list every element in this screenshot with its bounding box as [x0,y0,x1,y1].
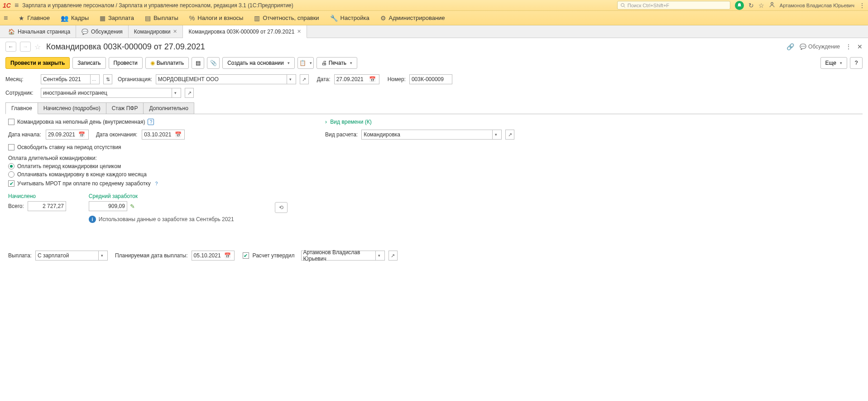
back-button[interactable]: ← [5,42,16,52]
history-icon[interactable]: ↻ [748,2,754,9]
user-name[interactable]: Артамонов Владислав Юрьевич [780,3,854,8]
end-date-field[interactable]: 03.10.2021📅 [142,130,185,140]
menu-zarplata[interactable]: ▦Зарплата [100,14,134,22]
user-icon[interactable] [769,1,775,9]
attach-button[interactable]: 📎 [207,57,220,69]
mrot-checkbox[interactable] [8,180,14,187]
kebab-icon[interactable]: ⋮ [845,43,852,50]
number-field[interactable]: 003К-000009 [409,74,452,84]
more-button[interactable]: Еще [820,57,847,69]
payment-field[interactable]: С зарплатой▾ [35,251,108,261]
calc-type-field[interactable]: Командировка▾ [361,130,502,140]
chevron-down-icon[interactable]: ▾ [287,75,294,84]
subtab-pfr[interactable]: Стаж ПФР [106,102,144,114]
form-body: Командировка на неполный день (внутрисме… [0,114,868,227]
calendar-icon[interactable]: 📅 [223,252,232,259]
menu-kadry[interactable]: 👥Кадры [61,14,89,22]
pencil-icon[interactable]: ✎ [130,203,135,210]
bell-icon[interactable] [735,1,744,10]
subtab-additional[interactable]: Дополнительно [143,102,194,114]
search-input[interactable]: Поиск Ctrl+Shift+F [617,1,730,10]
radio-whole-label: Оплатить период командировки целиком [17,163,121,169]
copy-button[interactable]: 📋 [297,57,314,69]
menu-nalogi-label: Налоги и взносы [197,14,243,21]
footer-row: Выплата: С зарплатой▾ Планируемая дата в… [0,248,868,263]
radio-whole[interactable] [8,163,14,169]
app-title: Зарплата и управление персоналом / Зарпл… [22,2,293,9]
total-field[interactable]: 2 727,27 [28,201,66,211]
partial-day-checkbox[interactable] [8,119,14,125]
help-icon[interactable]: ? [148,119,154,125]
star-icon[interactable]: ☆ [758,2,764,9]
accrued-section-label: Начислено [8,193,66,199]
refresh-button[interactable]: ⟲ [275,202,288,213]
approved-checkbox[interactable] [243,252,249,259]
help-icon[interactable]: ? [153,180,160,187]
ellipsis-icon[interactable]: … [90,75,97,84]
menubar-hamburger-icon[interactable]: ≡ [4,14,8,22]
menu-nastroika[interactable]: 🔧Настройка [330,14,369,22]
tab-trips[interactable]: Командировки✕ [129,25,183,38]
list-button[interactable]: ▤ [192,57,204,69]
tab-home[interactable]: 🏠Начальная страница [3,25,76,38]
calendar-icon[interactable]: 📅 [368,76,377,82]
create-basis-button[interactable]: Создать на основании [222,57,295,69]
chevron-down-icon[interactable]: ▾ [172,88,179,97]
time-type-link[interactable]: Вид времени (К) [330,119,371,125]
print-button[interactable]: 🖨Печать [317,57,357,69]
calc-type-open-button[interactable]: ↗ [505,130,514,140]
subtab-main[interactable]: Главное [5,102,38,114]
close-icon[interactable]: ✕ [857,43,863,50]
calendar-icon[interactable]: 📅 [173,131,182,138]
employee-open-button[interactable]: ↗ [185,88,194,98]
free-rate-checkbox[interactable] [8,144,14,150]
calendar-icon[interactable]: 📅 [77,131,86,138]
close-icon[interactable]: ✕ [173,29,177,34]
month-label: Месяц: [5,76,37,82]
menu-nalogi[interactable]: %Налоги и взносы [189,14,244,22]
org-label: Организация: [118,76,152,82]
hamburger-icon[interactable]: ≡ [14,1,19,10]
post-button[interactable]: Провести [109,57,143,69]
tab-home-label: Начальная страница [18,29,70,35]
write-button[interactable]: Записать [72,57,106,69]
chevron-down-icon[interactable]: ▾ [492,130,499,139]
approved-by-field[interactable]: Артамонов Владислав Юрьевич▾ [301,251,385,261]
subtab-accrued[interactable]: Начислено (подробно) [38,102,106,114]
radio-monthly[interactable] [8,171,14,178]
menu-main[interactable]: ★Главное [19,14,50,22]
link-icon[interactable]: 🔗 [786,43,794,50]
help-button[interactable]: ? [850,57,863,69]
menu-right-icon[interactable]: ⋮ [859,2,865,9]
start-date-field[interactable]: 29.09.2021📅 [46,130,89,140]
menu-otchet[interactable]: ▥Отчетность, справки [254,14,319,22]
chevron-down-icon[interactable]: ▾ [98,251,106,260]
forward-button[interactable]: → [20,42,31,52]
svg-point-0 [621,3,624,6]
date-field[interactable]: 27.09.2021📅 [334,74,379,84]
tab-discussions[interactable]: 💬Обсуждения [76,25,129,38]
tab-trip-doc-label: Командировка 003К-000009 от 27.09.2021 [188,29,294,35]
chevron-down-icon[interactable]: ▾ [375,251,383,260]
avg-field[interactable]: 909,09 [89,201,127,211]
total-label: Всего: [8,203,24,209]
month-field[interactable]: Сентябрь 2021… [41,74,100,84]
command-bar: Провести и закрыть Записать Провести ◉Вы… [0,55,868,73]
approved-by-open-button[interactable]: ↗ [388,251,398,261]
post-close-button[interactable]: Провести и закрыть [5,57,70,69]
star-filled-icon: ★ [19,14,24,22]
org-field[interactable]: МОРДОВЦЕМЕНТ ООО▾ [156,74,296,84]
favorite-icon[interactable]: ☆ [34,43,41,51]
employee-field[interactable]: иностранный иностранец▾ [41,88,181,98]
planned-date-field[interactable]: 05.10.2021📅 [192,251,235,261]
org-open-button[interactable]: ↗ [300,74,309,84]
close-icon[interactable]: ✕ [297,29,301,34]
tab-trip-doc[interactable]: Командировка 003К-000009 от 27.09.2021✕ [183,25,307,38]
menu-vyplaty[interactable]: ▤Выплаты [145,14,178,22]
info-text: Использованы данные о заработке за Сентя… [99,216,234,222]
gear-icon: ⚙ [380,14,386,22]
pay-button[interactable]: ◉Выплатить [145,57,189,69]
month-spinner[interactable]: ⇅ [103,74,112,84]
menu-admin[interactable]: ⚙Администрирование [380,14,445,22]
discussion-button[interactable]: 💬Обсуждение [800,43,840,50]
